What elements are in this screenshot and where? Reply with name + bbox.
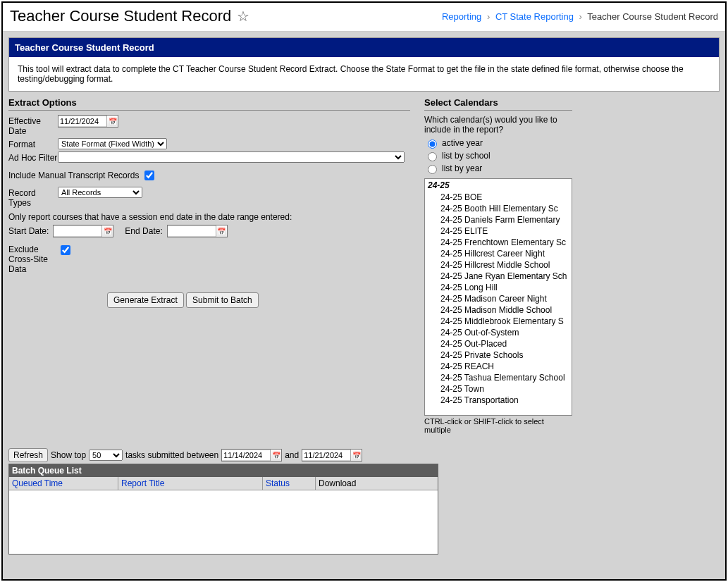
radio-active-year-label: active year	[442, 138, 483, 148]
batch-date2-input[interactable]	[302, 450, 350, 460]
calendar-item[interactable]: 24-25 REACH	[425, 361, 572, 372]
date-range-note: Only report courses that have a session …	[8, 212, 410, 222]
batch-date2-wrap: 📅	[302, 449, 362, 462]
breadcrumb-ct-state[interactable]: CT State Reporting	[495, 11, 574, 22]
select-calendars-title: Select Calendars	[424, 97, 572, 111]
calendar-item[interactable]: 24-25 Town	[425, 383, 572, 395]
calendar-icon[interactable]: 📅	[101, 225, 113, 237]
end-date-wrap: 📅	[167, 225, 228, 237]
end-date-input[interactable]	[168, 226, 216, 236]
record-types-select[interactable]: All Records	[58, 187, 142, 198]
calendar-list[interactable]: 24-25 24-25 BOE24-25 Booth Hill Elementa…	[424, 178, 572, 416]
ctrl-click-note: CTRL-click or SHIFT-click to select mult…	[424, 417, 572, 434]
generate-extract-button[interactable]: Generate Extract	[107, 292, 184, 308]
radio-list-by-year-label: list by year	[442, 163, 482, 173]
calendar-prompt: Which calendar(s) would you like to incl…	[424, 115, 572, 135]
col-status[interactable]: Status	[263, 477, 316, 490]
calendar-item[interactable]: 24-25 Hillcrest Career Night	[425, 248, 572, 259]
batch-queue-title: Batch Queue List	[9, 464, 438, 477]
include-manual-checkbox[interactable]	[144, 171, 154, 180]
submit-to-batch-button[interactable]: Submit to Batch	[186, 292, 259, 308]
breadcrumb-current: Teacher Course Student Record	[587, 11, 718, 22]
tasks-between-label: tasks submitted between	[125, 450, 218, 460]
calendar-item[interactable]: 24-25 Frenchtown Elementary Sc	[425, 237, 572, 248]
calendar-item[interactable]: 24-25 ELITE	[425, 225, 572, 237]
extract-options-title: Extract Options	[8, 97, 410, 111]
page-title-text: Teacher Course Student Record	[10, 7, 231, 25]
calendar-item[interactable]: 24-25 Out-Placed	[425, 338, 572, 349]
show-top-label: Show top	[51, 450, 86, 460]
adhoc-filter-select[interactable]	[58, 151, 405, 163]
radio-list-by-school-label: list by school	[442, 151, 491, 161]
effective-date-input-wrap: 📅	[58, 115, 118, 128]
format-label: Format	[8, 138, 58, 149]
chevron-right-icon: ›	[487, 11, 490, 22]
calendar-item[interactable]: 24-25 Tashua Elementary School	[425, 372, 572, 383]
col-report-title[interactable]: Report Title	[118, 477, 263, 490]
calendar-icon[interactable]: 📅	[350, 450, 362, 461]
col-queued-time[interactable]: Queued Time	[9, 477, 118, 490]
calendar-year-header[interactable]: 24-25	[425, 179, 572, 192]
calendar-item[interactable]: 24-25 Transportation	[425, 395, 572, 406]
end-date-label: End Date:	[125, 226, 162, 236]
calendar-icon[interactable]: 📅	[216, 225, 227, 237]
calendar-item[interactable]: 24-25 Daniels Farm Elementary	[425, 214, 572, 225]
radio-list-by-year[interactable]	[428, 165, 437, 174]
start-date-label: Start Date:	[8, 226, 49, 236]
start-date-wrap: 📅	[53, 225, 113, 237]
calendar-item[interactable]: 24-25 Long Hill	[425, 282, 572, 293]
calendar-item[interactable]: 24-25 Hillcrest Middle School	[425, 259, 572, 271]
panel-description: This tool will extract data to complete …	[9, 57, 719, 91]
calendar-item[interactable]: 24-25 Madison Career Night	[425, 293, 572, 304]
favorite-star-icon[interactable]: ☆	[237, 8, 249, 25]
calendar-item[interactable]: 24-25 Booth Hill Elementary Sc	[425, 203, 572, 214]
batch-date1-wrap: 📅	[221, 449, 282, 462]
effective-date-input[interactable]	[58, 116, 106, 126]
calendar-icon[interactable]: 📅	[270, 450, 281, 461]
panel-title: Teacher Course Student Record	[9, 38, 719, 57]
calendar-icon[interactable]: 📅	[106, 116, 118, 127]
batch-queue-body	[9, 490, 438, 554]
refresh-button[interactable]: Refresh	[8, 448, 48, 462]
breadcrumb-reporting[interactable]: Reporting	[442, 11, 481, 22]
calendar-item[interactable]: 24-25 Jane Ryan Elementary Sch	[425, 271, 572, 282]
and-label: and	[285, 450, 299, 460]
col-download: Download	[316, 477, 438, 490]
calendar-item[interactable]: 24-25 Madison Middle School	[425, 304, 572, 316]
calendar-item[interactable]: 24-25 Middlebrook Elementary S	[425, 316, 572, 327]
include-manual-label: Include Manual Transcript Records	[8, 171, 139, 180]
chevron-right-icon: ›	[579, 11, 582, 22]
start-date-input[interactable]	[54, 226, 101, 236]
batch-date1-input[interactable]	[222, 450, 270, 460]
adhoc-label: Ad Hoc Filter	[8, 151, 58, 163]
calendar-item[interactable]: 24-25 Out-of-System	[425, 327, 572, 338]
page-title: Teacher Course Student Record ☆	[10, 7, 249, 25]
exclude-cross-site-label: Exclude Cross-Site Data	[8, 243, 58, 274]
radio-active-year[interactable]	[428, 140, 437, 149]
calendar-item[interactable]: 24-25 Private Schools	[425, 349, 572, 361]
record-types-label: Record Types	[8, 187, 58, 208]
radio-list-by-school[interactable]	[428, 152, 437, 161]
calendar-item[interactable]: 24-25 BOE	[425, 192, 572, 203]
breadcrumb: Reporting › CT State Reporting › Teacher…	[442, 11, 718, 22]
exclude-cross-site-checkbox[interactable]	[61, 245, 70, 255]
format-select[interactable]: State Format (Fixed Width)	[58, 138, 167, 149]
show-top-select[interactable]: 50	[89, 450, 123, 461]
effective-date-label: Effective Date	[8, 115, 58, 136]
